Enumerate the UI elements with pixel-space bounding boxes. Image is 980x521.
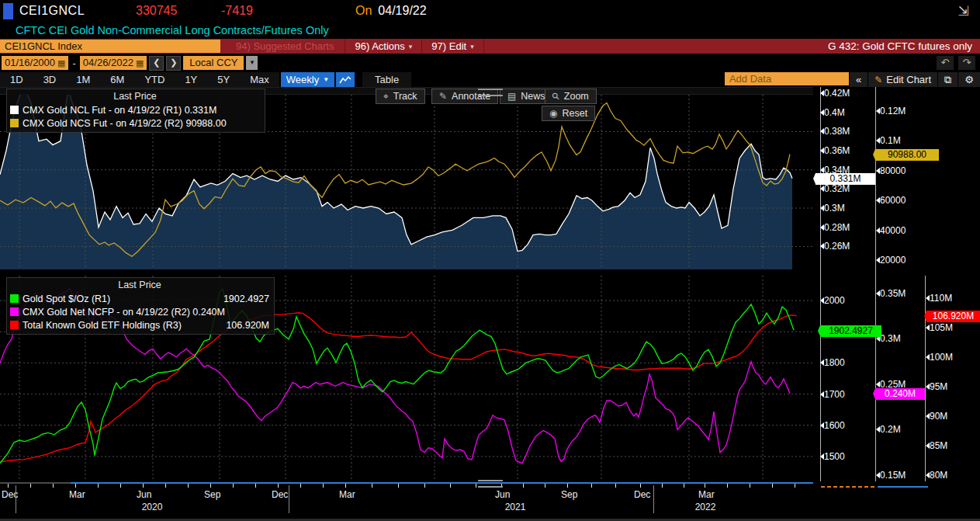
screen-grab-icon[interactable]: ⇲ xyxy=(958,3,969,19)
period-button-1d[interactable]: 1D xyxy=(0,72,33,87)
axis-tick-label: 0.3M xyxy=(880,333,901,344)
last-value-badge: 90988.00 xyxy=(875,149,939,161)
badge-notch xyxy=(867,388,875,399)
legend-row[interactable]: CMX Gold NCS Fut - on 4/19/22 (R2) 90988… xyxy=(10,116,260,130)
tick-arrow-icon xyxy=(817,205,824,211)
x-axis-tick xyxy=(567,484,568,488)
tick-arrow-icon xyxy=(817,224,824,231)
tick-arrow-icon xyxy=(873,257,880,263)
end-date-field[interactable]: 04/26/2022▦ xyxy=(80,56,147,70)
tick-arrow-icon xyxy=(923,413,930,419)
chart-notes-icon[interactable]: ⧉ xyxy=(937,72,957,87)
zoom-button[interactable]: ⚲Zoom xyxy=(545,89,597,104)
start-date-field[interactable]: 01/16/2000▦ xyxy=(2,56,68,70)
x-axis-month-label: Mar xyxy=(339,489,355,500)
axis-tick-label: 0.32M xyxy=(824,183,850,194)
calendar-icon[interactable]: ▦ xyxy=(57,56,65,70)
x-axis-tick xyxy=(143,484,144,488)
chart-title: G 432: Gold CFTC futures only xyxy=(828,40,972,52)
tick-arrow-icon xyxy=(817,243,824,249)
axis-tick-label: 80M xyxy=(930,470,947,481)
x-axis-tick xyxy=(300,484,301,488)
legend-last-value: 106.920M xyxy=(218,320,269,331)
currency-dropdown-icon[interactable]: ▼ xyxy=(246,56,258,70)
axis-tick-label: 0.35M xyxy=(880,288,906,299)
range-back-button[interactable]: ❮ xyxy=(149,56,164,71)
legend-row[interactable]: Gold Spot $/Oz (R1)1902.4927 xyxy=(10,292,269,305)
x-axis-tick xyxy=(640,484,641,488)
period-toolbar: 1D3D1M6MYTD1Y5YMax Weekly▼ Table « ✎ Edi… xyxy=(0,72,980,87)
redo-icon[interactable]: ↷ xyxy=(958,56,975,70)
edit-menu-button[interactable]: 97) Edit▾ xyxy=(422,39,483,54)
frequency-select[interactable]: Weekly▼ xyxy=(281,72,334,87)
collapse-panel-button[interactable]: « xyxy=(849,72,867,87)
axis-tick-label: 0.12M xyxy=(880,106,906,116)
chart-type-button[interactable] xyxy=(336,72,355,87)
chevron-down-icon: ▾ xyxy=(470,43,474,50)
axis-tick-label: 0.38M xyxy=(824,126,850,137)
x-scrollbar-active[interactable] xyxy=(71,482,813,484)
axis-tick-label: 0.15M xyxy=(880,470,906,481)
axis-line-r2 xyxy=(875,87,876,481)
x-axis-tick xyxy=(662,484,663,488)
x-axis-tick xyxy=(705,484,705,488)
range-forward-button[interactable]: ❯ xyxy=(166,56,181,71)
axis-line-r3 xyxy=(925,276,926,481)
pencil-icon: ✎ xyxy=(874,75,882,85)
security-description: CFTC CEI Gold Non-Commercial Long Contra… xyxy=(0,22,980,39)
axis-tick-label: 90M xyxy=(930,411,947,422)
suggested-charts-button[interactable]: 94) Suggested Charts xyxy=(225,39,345,54)
range-dash: - xyxy=(71,57,77,69)
track-button[interactable]: ⌖Track xyxy=(376,89,425,104)
axis-tick-label: 110M xyxy=(930,293,952,304)
series-swatch xyxy=(10,294,19,303)
year-separator xyxy=(653,485,654,513)
divider-drag-handle-icon[interactable] xyxy=(478,89,503,96)
currency-select[interactable]: Local CCY xyxy=(183,56,244,70)
tick-arrow-icon xyxy=(923,354,930,360)
period-button-1y[interactable]: 1Y xyxy=(175,72,207,87)
last-value-badge: 106.920M xyxy=(926,311,980,322)
axis-tick-label: 0.26M xyxy=(824,241,850,252)
period-button-6m[interactable]: 6M xyxy=(100,72,134,87)
tick-arrow-icon xyxy=(817,453,824,460)
period-button-5y[interactable]: 5Y xyxy=(207,72,240,87)
legend-row[interactable]: Total Known Gold ETF Holdings (R3)106.92… xyxy=(10,318,269,332)
offscreen-series-indicator xyxy=(878,486,928,488)
period-button-3d[interactable]: 3D xyxy=(33,72,67,87)
period-button-1m[interactable]: 1M xyxy=(66,72,100,87)
legend-header: Last Price xyxy=(10,280,269,292)
scrollbar-drag-handle-icon[interactable] xyxy=(478,480,503,488)
legend-row[interactable]: CMX Gold Net NCFP - on 4/19/22 (R2) 0.24… xyxy=(10,305,269,318)
year-separator xyxy=(16,485,16,513)
x-axis-month-label: Jun xyxy=(495,489,510,500)
offscreen-series-indicator xyxy=(821,486,875,488)
period-buttons: 1D3D1M6MYTD1Y5YMax xyxy=(0,72,279,87)
period-button-max[interactable]: Max xyxy=(240,72,279,87)
table-button[interactable]: Table xyxy=(362,72,411,87)
panel2-legend: Last PriceGold Spot $/Oz (R1)1902.4927CM… xyxy=(6,277,275,335)
legend-header: Last Price xyxy=(10,91,260,103)
legend-text: CMX Gold Net NCFP - on 4/19/22 (R2) 0.24… xyxy=(23,307,225,318)
x-axis-tick xyxy=(75,484,76,488)
gear-icon[interactable]: ⚙ xyxy=(957,72,980,87)
axis-tick-label: 1600 xyxy=(824,420,845,431)
reset-button[interactable]: ◉Reset xyxy=(542,106,595,121)
undo-icon[interactable]: ↶ xyxy=(937,56,954,70)
x-axis-tick xyxy=(120,484,121,488)
chart-region: ⌖Track ✎Annotate ▤News ⚲Zoom ◉Reset Last… xyxy=(0,87,980,521)
tick-arrow-icon xyxy=(817,186,824,192)
x-axis-tick xyxy=(727,484,728,488)
legend-row[interactable]: CMX Gold NCL Fut - on 4/19/22 (R1) 0.331… xyxy=(10,103,260,116)
period-button-ytd[interactable]: YTD xyxy=(134,72,175,87)
edit-chart-button[interactable]: ✎ Edit Chart xyxy=(867,72,937,87)
legend-text: Total Known Gold ETF Holdings (R3) xyxy=(23,320,182,331)
tick-arrow-icon xyxy=(873,228,880,234)
security-input[interactable]: CEI1GNCL Index xyxy=(0,40,220,53)
calendar-icon[interactable]: ▦ xyxy=(136,56,144,70)
actions-menu-button[interactable]: 96) Actions▾ xyxy=(345,39,422,54)
x-axis-tick xyxy=(591,484,592,488)
axis-tick-label: 0.28M xyxy=(824,222,850,233)
last-value-badge: 0.331M xyxy=(816,173,875,185)
add-data-input[interactable] xyxy=(725,72,849,85)
